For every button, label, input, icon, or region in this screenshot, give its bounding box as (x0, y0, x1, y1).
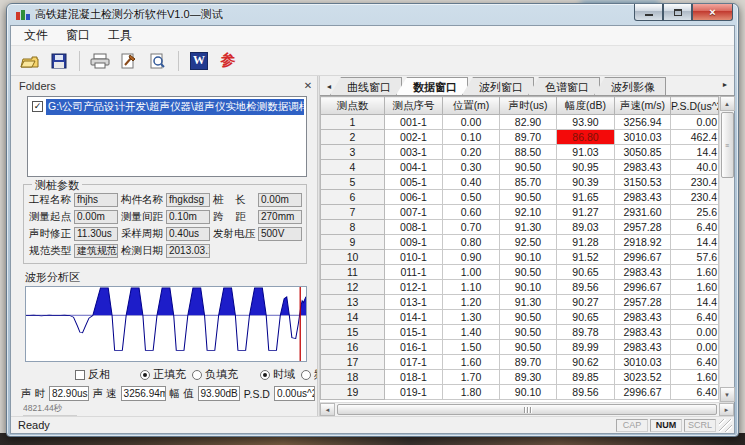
cell[interactable]: 0.50 (443, 190, 500, 205)
cell[interactable]: 92.10 (500, 205, 557, 220)
cell[interactable]: 40.0 (671, 160, 719, 175)
column-header-1[interactable]: 测点序号 (385, 97, 443, 115)
cell[interactable]: 90.62 (557, 355, 615, 370)
cell[interactable]: 007-1 (385, 205, 443, 220)
resize-grip[interactable] (719, 419, 732, 432)
cell[interactable]: 011-1 (385, 265, 443, 280)
cell[interactable]: 17 (321, 355, 385, 370)
waveform-chart[interactable] (25, 286, 307, 362)
cell[interactable]: 89.99 (557, 340, 615, 355)
cell[interactable]: 86.80 (557, 130, 615, 145)
cell[interactable]: 008-1 (385, 220, 443, 235)
cell[interactable]: 13 (321, 295, 385, 310)
tab-3[interactable]: 波列窗口 (462, 77, 534, 95)
cell[interactable]: 016-1 (385, 340, 443, 355)
cell[interactable]: 2957.28 (615, 220, 671, 235)
cell[interactable]: 90.10 (500, 385, 557, 400)
print-button[interactable] (87, 49, 113, 73)
cell[interactable]: 90.10 (500, 280, 557, 295)
folder-checkbox[interactable]: ✓ (32, 101, 43, 112)
readout-value-1[interactable]: 3256.94m/s (121, 386, 166, 401)
cell[interactable]: 015-1 (385, 325, 443, 340)
cell[interactable]: 010-1 (385, 250, 443, 265)
cell[interactable]: 57.6 (671, 250, 719, 265)
cell[interactable]: 019-1 (385, 385, 443, 400)
cell[interactable]: 0.00 (671, 340, 719, 355)
cell[interactable]: 0.20 (443, 145, 500, 160)
radio-icon[interactable] (192, 370, 202, 380)
cell[interactable]: 1 (321, 115, 385, 130)
cell[interactable]: 1.60 (671, 265, 719, 280)
cell[interactable]: 1.80 (443, 385, 500, 400)
cell[interactable]: 90.39 (557, 175, 615, 190)
cell[interactable]: 230.4 (671, 190, 719, 205)
cell[interactable]: 90.50 (500, 160, 557, 175)
cell[interactable]: 88.50 (500, 145, 557, 160)
cell[interactable]: 92.50 (500, 235, 557, 250)
radio-正填充[interactable]: 正填充 (140, 367, 186, 382)
cell[interactable]: 001-1 (385, 115, 443, 130)
cell[interactable]: 462.4 (671, 130, 719, 145)
cell[interactable]: 19 (321, 385, 385, 400)
cell[interactable]: 2983.43 (615, 325, 671, 340)
cell[interactable]: 005-1 (385, 175, 443, 190)
readout-value-3[interactable]: 0.00us^2/m (274, 386, 315, 401)
cell[interactable]: 006-1 (385, 190, 443, 205)
column-header-4[interactable]: 幅度(dB) (557, 97, 615, 115)
cell[interactable]: 90.50 (500, 190, 557, 205)
cell[interactable]: 2983.43 (615, 190, 671, 205)
cell[interactable]: 0.80 (443, 235, 500, 250)
cell[interactable]: 0.30 (443, 160, 500, 175)
cell[interactable]: 004-1 (385, 160, 443, 175)
cell[interactable]: 3 (321, 145, 385, 160)
scroll-up-icon[interactable]: ▲ (720, 96, 735, 111)
cell[interactable]: 89.70 (500, 355, 557, 370)
radio-icon[interactable] (301, 370, 311, 380)
word-export-button[interactable]: W (186, 49, 212, 73)
cell[interactable]: 90.50 (500, 325, 557, 340)
cell[interactable]: 1.30 (443, 310, 500, 325)
cell[interactable]: 1.00 (443, 265, 500, 280)
cell[interactable]: 018-1 (385, 370, 443, 385)
process-button[interactable] (116, 49, 142, 73)
cell[interactable]: 91.03 (557, 145, 615, 160)
cell[interactable]: 93.90 (557, 115, 615, 130)
cell[interactable]: 4 (321, 160, 385, 175)
tab-4[interactable]: 色谱窗口 (528, 77, 600, 95)
cell[interactable]: 89.78 (557, 325, 615, 340)
cell[interactable]: 14 (321, 310, 385, 325)
vertical-scrollbar[interactable]: ▲ ≡ ▼ (719, 96, 734, 402)
column-header-0[interactable]: 测点数 (321, 97, 385, 115)
cell[interactable]: 91.30 (500, 220, 557, 235)
menu-file[interactable]: 文件 (15, 25, 57, 46)
cell[interactable]: 0.00 (671, 115, 719, 130)
cell[interactable]: 0.60 (443, 205, 500, 220)
cell[interactable]: 85.70 (500, 175, 557, 190)
column-header-2[interactable]: 位置(m) (443, 97, 500, 115)
folder-item[interactable]: ✓ G:\公司产品设计开发\超声仪器\超声仪实地检测数据调样时qd\qd03\q… (30, 99, 304, 114)
cell[interactable]: 3150.53 (615, 175, 671, 190)
column-header-5[interactable]: 声速(m/s) (615, 97, 671, 115)
cell[interactable]: 230.4 (671, 175, 719, 190)
cell[interactable]: 90.50 (500, 340, 557, 355)
cell[interactable]: 3256.94 (615, 115, 671, 130)
cell[interactable]: 2996.67 (615, 280, 671, 295)
cell[interactable]: 91.30 (500, 295, 557, 310)
cell[interactable]: 0.90 (443, 250, 500, 265)
cell[interactable]: 009-1 (385, 235, 443, 250)
cell[interactable]: 89.03 (557, 220, 615, 235)
cell[interactable]: 014-1 (385, 310, 443, 325)
cell[interactable]: 91.28 (557, 235, 615, 250)
cell[interactable]: 002-1 (385, 130, 443, 145)
menu-window[interactable]: 窗口 (57, 25, 99, 46)
cell[interactable]: 6.40 (671, 220, 719, 235)
panel-close-icon[interactable]: ✕ (301, 79, 315, 92)
cell[interactable]: 2918.92 (615, 235, 671, 250)
cell[interactable]: 18 (321, 370, 385, 385)
tab-2[interactable]: 数据窗口 (396, 77, 468, 95)
cell[interactable]: 2996.67 (615, 250, 671, 265)
tab-5[interactable]: 波列影像 (594, 77, 666, 95)
cell[interactable]: 9 (321, 235, 385, 250)
cell[interactable]: 90.50 (500, 265, 557, 280)
cell[interactable]: 91.27 (557, 205, 615, 220)
